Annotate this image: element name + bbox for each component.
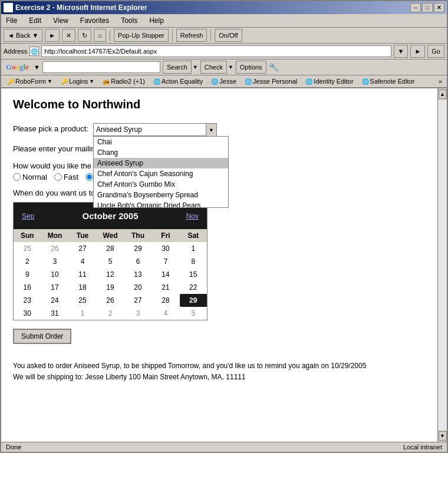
cal-cell-3-4[interactable]: 20 [124,281,152,294]
cal-day-link-3-0[interactable]: 16 [15,283,40,292]
cal-cell-4-4[interactable]: 27 [124,294,152,307]
cal-cell-3-0[interactable]: 16 [14,281,41,294]
cal-day-link-3-1[interactable]: 17 [42,283,68,292]
cal-day-link-2-3[interactable]: 12 [98,270,123,279]
popup-stopper-button[interactable]: Pop-Up Stopper [114,29,169,42]
cal-day-link-0-1[interactable]: 26 [42,244,68,253]
cal-cell-0-5[interactable]: 30 [152,242,180,255]
menu-help[interactable]: Help [147,15,166,26]
check-arrow[interactable]: ▼ [228,64,233,70]
cal-day-link-2-1[interactable]: 10 [42,270,68,279]
cal-cell-4-3[interactable]: 26 [97,294,124,307]
cal-cell-3-2[interactable]: 18 [69,281,97,294]
cal-day-link-2-2[interactable]: 11 [70,270,95,279]
cal-cell-2-0[interactable]: 9 [14,268,41,281]
cal-day-link-2-5[interactable]: 14 [153,270,179,279]
google-search-button[interactable]: Search [163,61,192,74]
calendar-prev-link[interactable]: Sep [22,212,34,220]
calendar-next-link[interactable]: Nov [186,212,199,220]
back-button[interactable]: ◄ Back ▼ [4,29,42,42]
product-option-6[interactable]: Uncle Bob's Organic Dried Pears [94,200,228,207]
cal-cell-3-3[interactable]: 19 [97,281,124,294]
cal-day-link-1-3[interactable]: 5 [98,257,123,266]
cal-cell-2-6[interactable]: 15 [180,268,207,281]
product-option-1[interactable]: Chang [94,147,228,158]
cal-day-link-5-6[interactable]: 5 [181,309,206,317]
cal-cell-2-3[interactable]: 12 [97,268,124,281]
submit-button[interactable]: Submit Order [13,329,71,344]
cal-day-link-5-3[interactable]: 2 [98,309,123,317]
close-button[interactable]: ✕ [434,3,444,12]
menu-edit[interactable]: Edit [27,15,44,26]
cal-day-link-3-6[interactable]: 22 [181,283,206,292]
cal-cell-1-2[interactable]: 4 [69,255,97,268]
product-option-2[interactable]: Aniseed Syrup [94,158,228,168]
address-forward-btn[interactable]: ► [410,45,425,58]
main-scrollbar[interactable]: ▲ ▼ [437,88,447,442]
menu-view[interactable]: View [51,15,71,26]
shipping-fast-radio[interactable] [54,173,62,181]
cal-cell-2-2[interactable]: 11 [69,268,97,281]
google-wrench-icon[interactable]: 🔧 [269,62,279,72]
cal-cell-5-3[interactable]: 2 [97,307,124,320]
cal-cell-4-5[interactable]: 28 [152,294,180,307]
stop-button[interactable]: ✕ [62,29,75,42]
shipping-normal-radio[interactable] [13,173,21,181]
cal-day-link-0-3[interactable]: 28 [98,244,123,253]
cal-cell-1-5[interactable]: 7 [152,255,180,268]
cal-cell-5-5[interactable]: 4 [152,307,180,320]
cal-cell-0-3[interactable]: 28 [97,242,124,255]
cal-day-link-0-4[interactable]: 29 [126,244,151,253]
shipping-tomorrow-radio[interactable] [85,173,93,181]
cal-cell-1-6[interactable]: 8 [180,255,207,268]
cal-day-link-1-1[interactable]: 3 [42,257,68,266]
cal-cell-5-0[interactable]: 30 [14,307,41,320]
roboform-arrow[interactable]: ▼ [47,78,52,84]
menu-favorites[interactable]: Favorites [78,15,111,26]
cal-cell-1-4[interactable]: 6 [124,255,152,268]
cal-day-link-0-0[interactable]: 25 [15,244,40,253]
cal-cell-5-6[interactable]: 5 [180,307,207,320]
product-options-scroll[interactable]: ChaiChangAniseed SyrupChef Anton's Cajun… [94,137,228,207]
cal-day-link-1-2[interactable]: 4 [70,257,95,266]
cal-day-link-5-1[interactable]: 31 [42,309,68,317]
refresh-btn-toolbar[interactable]: ↻ [78,29,91,42]
product-option-5[interactable]: Grandma's Boysenberry Spread [94,190,228,200]
cal-day-link-0-2[interactable]: 27 [70,244,95,253]
onoff-button[interactable]: On/Off [215,29,242,42]
links-bar-item-jesse[interactable]: 🌐 Jesse [207,77,240,86]
cal-day-link-2-6[interactable]: 15 [181,270,206,279]
product-option-0[interactable]: Chai [94,137,228,147]
product-option-4[interactable]: Chef Anton's Gumbo Mix [94,179,228,190]
cal-cell-4-2[interactable]: 25 [69,294,97,307]
google-options-button[interactable]: Options [236,61,266,74]
cal-day-link-5-4[interactable]: 3 [126,309,151,317]
cal-cell-3-6[interactable]: 22 [180,281,207,294]
cal-day-link-1-6[interactable]: 8 [181,257,206,266]
cal-cell-4-6[interactable]: 29 [180,294,207,307]
cal-cell-5-4[interactable]: 3 [124,307,152,320]
cal-cell-0-4[interactable]: 29 [124,242,152,255]
address-dropdown-arrow[interactable]: ▼ [394,45,409,58]
cal-day-link-0-6[interactable]: 1 [181,244,206,253]
cal-cell-4-0[interactable]: 23 [14,294,41,307]
cal-cell-0-0[interactable]: 25 [14,242,41,255]
cal-day-link-3-5[interactable]: 21 [153,283,179,292]
cal-cell-4-1[interactable]: 24 [41,294,69,307]
google-dropdown-arrow[interactable]: ▼ [34,64,40,71]
cal-day-link-5-2[interactable]: 1 [70,309,95,317]
home-button[interactable]: ⌂ [94,29,106,42]
shipping-fast[interactable]: Fast [54,173,78,181]
cal-day-link-3-2[interactable]: 18 [70,283,95,292]
cal-cell-5-2[interactable]: 1 [69,307,97,320]
google-check-button[interactable]: Check [200,61,227,74]
cal-day-link-4-6[interactable]: 29 [181,296,206,305]
cal-day-link-1-5[interactable]: 7 [153,257,179,266]
links-bar-item-logins[interactable]: 🔑 Logins ▼ [57,77,98,86]
cal-cell-3-5[interactable]: 21 [152,281,180,294]
cal-day-link-5-5[interactable]: 4 [153,309,179,317]
cal-cell-5-1[interactable]: 31 [41,307,69,320]
cal-cell-2-1[interactable]: 10 [41,268,69,281]
cal-day-link-4-1[interactable]: 24 [42,296,68,305]
logins-arrow[interactable]: ▼ [89,78,94,84]
